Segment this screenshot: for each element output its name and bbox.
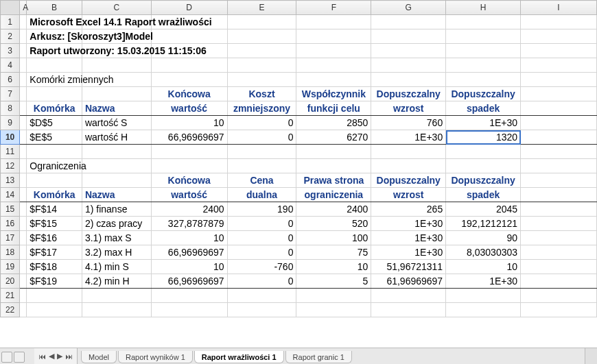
cell[interactable]: 2400 — [151, 202, 227, 217]
col-header-H[interactable]: H — [446, 1, 521, 15]
cell[interactable]: dualna — [227, 188, 296, 202]
cell[interactable]: 265 — [371, 202, 446, 217]
cell[interactable]: 327,8787879 — [151, 217, 227, 231]
cell[interactable]: Komórka — [27, 101, 82, 116]
cell[interactable]: spadek — [446, 101, 521, 116]
cell[interactable]: $F$18 — [27, 260, 82, 274]
cell[interactable]: 0 — [227, 274, 296, 289]
cell[interactable]: Dopuszczalny — [446, 87, 521, 101]
prev-tab-icon[interactable]: ◀ — [49, 352, 54, 361]
cell[interactable]: funkcji celu — [296, 101, 371, 116]
cell[interactable]: spadek — [446, 188, 521, 202]
cell[interactable]: Nazwa — [82, 101, 151, 116]
cell[interactable]: wartość S — [82, 116, 151, 130]
cell[interactable]: $D$5 — [27, 116, 82, 130]
cell[interactable]: ograniczenia — [296, 188, 371, 202]
row-header[interactable]: 6 — [1, 73, 20, 87]
cell[interactable]: $F$17 — [27, 245, 82, 260]
active-cell[interactable]: 1320 — [446, 130, 521, 145]
cell[interactable]: 190 — [227, 202, 296, 217]
next-tab-icon[interactable]: ▶ — [57, 352, 62, 361]
cell[interactable]: Koszt — [227, 87, 296, 101]
row-header[interactable]: 7 — [1, 87, 20, 101]
cell[interactable]: 61,96969697 — [371, 274, 446, 289]
row-header[interactable]: 12 — [1, 159, 20, 173]
cell[interactable]: 2850 — [296, 116, 371, 130]
row-header[interactable]: 4 — [1, 58, 20, 73]
cell[interactable]: $F$15 — [27, 217, 82, 231]
cell[interactable]: Prawa strona — [296, 173, 371, 188]
cell[interactable]: 66,96969697 — [151, 274, 227, 289]
cell[interactable]: 3.2) max H — [82, 245, 151, 260]
row-header[interactable]: 11 — [1, 145, 20, 159]
cell[interactable]: Dopuszczalny — [371, 173, 446, 188]
row-header[interactable]: 21 — [1, 289, 20, 303]
cell[interactable]: wartość — [151, 188, 227, 202]
cell[interactable]: Komórka — [27, 188, 82, 202]
cell[interactable]: 1E+30 — [371, 231, 446, 245]
tab-model[interactable]: Model — [81, 351, 117, 363]
cell[interactable]: 66,96969697 — [151, 130, 227, 145]
normal-view-icon[interactable] — [1, 352, 12, 363]
select-all-corner[interactable] — [1, 1, 20, 15]
cell[interactable]: 8,03030303 — [446, 245, 521, 260]
cell[interactable]: Nazwa — [82, 188, 151, 202]
cell[interactable]: 2400 — [296, 202, 371, 217]
cell[interactable]: Współczynnik — [296, 87, 371, 101]
cell[interactable]: 520 — [296, 217, 371, 231]
tab-nav-buttons[interactable]: ⏮ ◀ ▶ ⏭ — [34, 348, 78, 364]
tab-sensitivity-report[interactable]: Raport wrażliwości 1 — [194, 351, 284, 363]
cell[interactable]: wzrost — [371, 188, 446, 202]
row-header[interactable]: 16 — [1, 217, 20, 231]
cell[interactable]: 1E+30 — [371, 245, 446, 260]
cell[interactable]: $E$5 — [27, 130, 82, 145]
cell[interactable]: $F$19 — [27, 274, 82, 289]
cell[interactable]: 10 — [151, 231, 227, 245]
row-header[interactable]: 15 — [1, 202, 20, 217]
col-header-C[interactable]: C — [82, 1, 151, 15]
cell[interactable]: Dopuszczalny — [446, 173, 521, 188]
cell[interactable]: 3.1) max S — [82, 231, 151, 245]
cell[interactable]: Raport utworzony: 15.03.2015 11:15:06 — [27, 44, 82, 58]
cell[interactable]: 100 — [296, 231, 371, 245]
row-header[interactable]: 19 — [1, 260, 20, 274]
cell[interactable]: 1E+30 — [446, 116, 521, 130]
row-header[interactable]: 18 — [1, 245, 20, 260]
row-header[interactable]: 8 — [1, 101, 20, 116]
cell[interactable]: wartość H — [82, 130, 151, 145]
cell[interactable]: 1E+30 — [371, 130, 446, 145]
cell[interactable]: 1E+30 — [371, 217, 446, 231]
cell[interactable]: 10 — [151, 260, 227, 274]
cell[interactable]: 2) czas pracy — [82, 217, 151, 231]
col-header-E[interactable]: E — [227, 1, 296, 15]
cell[interactable]: Komórki zmiennych — [27, 73, 82, 87]
cell[interactable]: 75 — [296, 245, 371, 260]
cell[interactable]: 6270 — [296, 130, 371, 145]
row-header[interactable]: 10 — [1, 130, 20, 145]
column-header-row[interactable]: A B C D E F G H I — [1, 1, 597, 15]
row-header[interactable]: 13 — [1, 173, 20, 188]
tab-answer-report[interactable]: Raport wyników 1 — [118, 351, 193, 363]
row-header[interactable]: 20 — [1, 274, 20, 289]
cell[interactable]: Końcowa — [151, 173, 227, 188]
cell[interactable]: 51,96721311 — [371, 260, 446, 274]
row-header[interactable]: 2 — [1, 29, 20, 44]
cell[interactable]: 10 — [151, 116, 227, 130]
first-tab-icon[interactable]: ⏮ — [38, 352, 46, 361]
last-tab-icon[interactable]: ⏭ — [65, 352, 73, 361]
col-header-A[interactable]: A — [20, 1, 27, 15]
cell[interactable]: 192,1212121 — [446, 217, 521, 231]
col-header-F[interactable]: F — [296, 1, 371, 15]
cell[interactable]: Cena — [227, 173, 296, 188]
page-layout-view-icon[interactable] — [14, 352, 25, 363]
cell[interactable]: 5 — [296, 274, 371, 289]
col-header-I[interactable]: I — [521, 1, 597, 15]
cell[interactable]: 0 — [227, 245, 296, 260]
col-header-D[interactable]: D — [151, 1, 227, 15]
col-header-G[interactable]: G — [371, 1, 446, 15]
cell[interactable]: wzrost — [371, 101, 446, 116]
tab-limits-report[interactable]: Raport granic 1 — [285, 351, 352, 363]
col-header-B[interactable]: B — [27, 1, 82, 15]
cell[interactable]: $F$14 — [27, 202, 82, 217]
cell[interactable]: -760 — [227, 260, 296, 274]
